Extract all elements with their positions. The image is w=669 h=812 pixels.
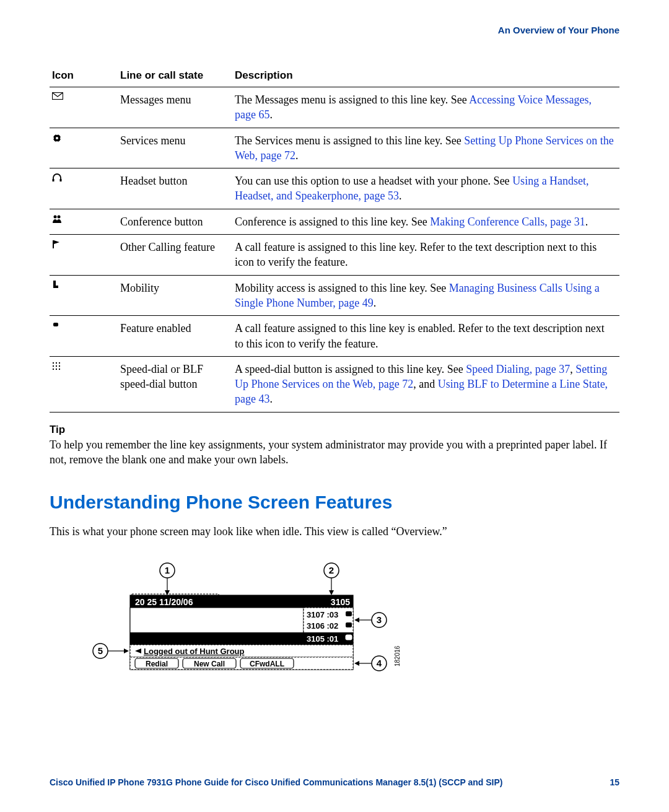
svg-marker-56 (354, 618, 359, 622)
state-cell: Mobility (118, 275, 232, 316)
svg-text:3106 :02: 3106 :02 (307, 621, 338, 631)
svg-marker-60 (354, 661, 359, 666)
page-section-header: An Overview of Your Phone (50, 25, 619, 35)
desc-cell: Mobility access is assigned to this line… (232, 275, 619, 316)
headset-icon (52, 173, 113, 182)
icon-reference-table: Icon Line or call state Description Mess… (50, 66, 619, 413)
svg-rect-5 (52, 138, 54, 139)
svg-rect-17 (56, 365, 57, 367)
svg-marker-29 (329, 590, 334, 595)
svg-point-2 (56, 137, 58, 139)
state-cell: Feature enabled (118, 316, 232, 357)
svg-rect-12 (53, 323, 58, 326)
svg-rect-8 (60, 179, 62, 181)
feature-enabled-icon (52, 321, 113, 328)
svg-rect-19 (53, 369, 54, 370)
svg-rect-15 (59, 362, 60, 364)
table-row: Mobility Mobility access is assigned to … (50, 275, 619, 316)
desc-cell: Conference is assigned to this line key.… (232, 209, 619, 234)
svg-text:3: 3 (377, 614, 382, 625)
th-icon: Icon (50, 66, 118, 87)
desc-cell: A speed-dial button is assigned to this … (232, 356, 619, 412)
tip-text: To help you remember the line key assign… (50, 437, 619, 468)
svg-rect-18 (59, 365, 60, 367)
svg-rect-43 (346, 635, 352, 640)
table-row: Feature enabled A call feature assigned … (50, 316, 619, 357)
mobility-icon (52, 281, 113, 290)
table-row: Other Calling feature A call feature is … (50, 235, 619, 276)
svg-text:2: 2 (329, 565, 334, 575)
svg-rect-7 (53, 179, 55, 181)
svg-text:Logged out of Hunt Group: Logged out of Hunt Group (144, 647, 245, 656)
svg-rect-3 (56, 133, 58, 135)
svg-rect-44 (130, 632, 304, 645)
svg-text:4: 4 (377, 658, 382, 668)
state-cell: Services menu (118, 128, 232, 168)
svg-text:Redial: Redial (146, 660, 168, 668)
svg-text:20 25 11/20/06: 20 25 11/20/06 (135, 597, 193, 607)
flag-icon (52, 240, 113, 248)
svg-rect-16 (53, 365, 54, 367)
phone-screen-figure: 1 2 20 25 11/20/06 3105 3107 :03 3106 :0… (87, 558, 619, 697)
section-heading: Understanding Phone Screen Features (50, 492, 619, 513)
table-row: Speed-dial or BLF speed-dial button A sp… (50, 356, 619, 412)
envelope-icon (52, 92, 113, 100)
svg-rect-4 (56, 141, 58, 143)
desc-cell: You can use this option to use a headset… (232, 168, 619, 209)
svg-rect-13 (53, 362, 54, 364)
svg-rect-42 (346, 622, 352, 627)
table-row: Services menu The Services menu is assig… (50, 128, 619, 168)
footer-page-number: 15 (610, 777, 619, 787)
svg-text:CFwdALL: CFwdALL (250, 660, 284, 668)
svg-text:3107 :03: 3107 :03 (307, 610, 338, 619)
svg-text:3105: 3105 (331, 597, 350, 607)
th-state: Line or call state (118, 66, 232, 87)
svg-text:5: 5 (98, 645, 103, 656)
conference-icon (52, 214, 113, 223)
svg-text:New Call: New Call (194, 660, 225, 668)
state-cell: Messages menu (118, 87, 232, 128)
svg-point-9 (54, 215, 57, 218)
xref-link[interactable]: Making Conference Calls, page 31 (430, 216, 585, 228)
tip-heading: Tip (50, 424, 619, 436)
table-row: Headset button You can use this option t… (50, 168, 619, 209)
svg-rect-20 (56, 369, 57, 370)
svg-rect-14 (56, 362, 57, 364)
svg-rect-11 (53, 240, 54, 248)
svg-rect-21 (59, 369, 60, 370)
table-row: Conference button Conference is assigned… (50, 209, 619, 234)
desc-cell: The Messages menu is assigned to this li… (232, 87, 619, 128)
table-row: Messages menu The Messages menu is assig… (50, 87, 619, 128)
xref-link[interactable]: Speed Dialing, page 37 (466, 363, 570, 375)
globe-gear-icon (52, 133, 113, 143)
svg-rect-6 (60, 138, 62, 139)
state-cell: Headset button (118, 168, 232, 209)
speed-dial-grid-icon (52, 362, 113, 370)
section-intro: This is what your phone screen may look … (50, 524, 619, 539)
state-cell: Conference button (118, 209, 232, 234)
svg-marker-66 (124, 648, 129, 653)
th-desc: Description (232, 66, 619, 87)
desc-cell: A call feature assigned to this line key… (232, 316, 619, 357)
state-cell: Other Calling feature (118, 235, 232, 276)
desc-cell: A call feature is assigned to this line … (232, 235, 619, 276)
svg-marker-25 (165, 590, 170, 595)
svg-text:1: 1 (165, 565, 170, 575)
footer-doc-title: Cisco Unified IP Phone 7931G Phone Guide… (50, 777, 503, 787)
desc-cell: The Services menu is assigned to this li… (232, 128, 619, 168)
state-cell: Speed-dial or BLF speed-dial button (118, 356, 232, 412)
svg-rect-41 (346, 611, 352, 616)
svg-point-10 (58, 215, 61, 218)
svg-text:182016: 182016 (394, 645, 401, 666)
svg-text:3105 :01: 3105 :01 (307, 634, 338, 644)
